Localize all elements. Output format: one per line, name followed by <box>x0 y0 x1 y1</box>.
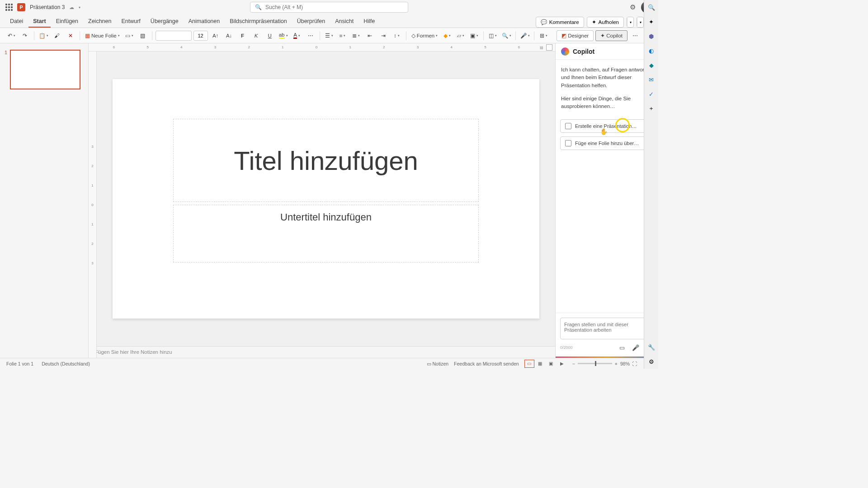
menu-bar: Datei Start Einfügen Zeichnen Entwurf Üb… <box>0 14 658 28</box>
rail-copilot-icon[interactable]: ✦ <box>647 17 656 26</box>
font-family-input[interactable] <box>156 31 192 41</box>
slide-canvas[interactable]: Titel hinzufügen Untertitel hinzufügen <box>113 79 539 319</box>
rail-teams-icon[interactable]: ⬢ <box>647 32 656 41</box>
catchup-button[interactable]: ✦Aufholen <box>587 17 624 28</box>
copilot-suggestion-create[interactable]: Erstelle eine Präsentation… <box>560 119 654 133</box>
highlight-button[interactable]: ab▾ <box>278 30 289 41</box>
vertical-ruler: 3210123 <box>89 52 97 358</box>
addins-button[interactable]: ⊞▾ <box>538 30 549 41</box>
font-size-input[interactable] <box>193 31 208 41</box>
numbering-button[interactable]: ≡▾ <box>337 30 349 41</box>
rail-add-icon[interactable]: ＋ <box>647 104 656 113</box>
tab-start[interactable]: Start <box>28 15 50 28</box>
reset-button[interactable]: ▧ <box>137 30 149 41</box>
new-slide-button[interactable]: ▦Neue Folie▾ <box>83 30 122 41</box>
edit-button[interactable]: ✎Bearbeiten▾ <box>637 17 644 28</box>
underline-button[interactable]: U <box>264 30 276 41</box>
zoom-slider[interactable] <box>578 363 612 364</box>
app-launcher-icon[interactable] <box>5 4 13 11</box>
italic-button[interactable]: K <box>250 30 262 41</box>
decrease-indent-button[interactable]: ⇤ <box>364 30 376 41</box>
tab-animationen[interactable]: Animationen <box>184 15 225 28</box>
rail-outlook-icon[interactable]: ✉ <box>647 75 656 84</box>
shapes-icon: ◇ <box>411 33 415 39</box>
line-spacing-button[interactable]: ↕▾ <box>391 30 403 41</box>
cloud-saved-icon: ☁ <box>69 5 74 10</box>
bullets-button[interactable]: ☰▾ <box>323 30 335 41</box>
rail-settings-icon[interactable]: ⚙ <box>647 357 656 366</box>
tab-einfuegen[interactable]: Einfügen <box>52 15 83 28</box>
outline-toggle-button[interactable]: ▤ <box>546 44 552 51</box>
shape-outline-button[interactable]: ▱▾ <box>455 30 467 41</box>
rail-tools-icon[interactable]: 🔧 <box>647 343 656 352</box>
settings-gear-icon[interactable]: ⚙ <box>630 3 636 11</box>
feedback-link[interactable]: Feedback an Microsoft senden <box>454 361 519 366</box>
edit-dropdown[interactable]: ▾ <box>637 17 643 27</box>
present-button[interactable]: ▣Präsentieren▾ <box>627 17 634 28</box>
shapes-button[interactable]: ◇Formen▾ <box>410 30 440 41</box>
tab-datei[interactable]: Datei <box>5 15 28 28</box>
comments-button[interactable]: 💬Kommentare <box>536 17 584 28</box>
tab-zeichnen[interactable]: Zeichnen <box>84 15 116 28</box>
bold-button[interactable]: F <box>237 30 249 41</box>
cut-button[interactable]: ✕ <box>65 30 76 41</box>
font-color-button[interactable]: A▾ <box>291 30 303 41</box>
copilot-suggestion-add-slide[interactable]: Füge eine Folie hinzu über… <box>560 136 654 150</box>
dictate-button[interactable]: 🎤▾ <box>519 30 531 41</box>
zoom-value[interactable]: 98% <box>620 361 630 366</box>
notes-area[interactable]: Fügen Sie hier Ihre Notizen hinzu <box>89 346 555 358</box>
slide-thumbnail-1[interactable] <box>10 50 80 89</box>
present-dropdown[interactable]: ▾ <box>627 17 633 27</box>
chevron-down-icon[interactable]: ▾ <box>79 5 80 9</box>
decrease-font-button[interactable]: A↓ <box>223 30 235 41</box>
search-box[interactable]: 🔍 <box>250 2 408 13</box>
redo-button[interactable]: ↷ <box>19 30 31 41</box>
undo-button[interactable]: ↶▾ <box>5 30 17 41</box>
tab-ueberpruefen[interactable]: Überprüfen <box>292 15 330 28</box>
rail-search-icon[interactable]: 🔍 <box>647 3 656 12</box>
subtitle-placeholder[interactable]: Untertitel hinzufügen <box>173 205 479 263</box>
search-input[interactable] <box>265 4 403 10</box>
arrange-button[interactable]: ▣▾ <box>468 30 480 41</box>
zoom-out-button[interactable]: − <box>572 361 575 366</box>
microphone-icon[interactable]: 🎤 <box>631 343 640 352</box>
notes-toggle[interactable]: ▭ Notizen <box>427 361 449 366</box>
insert-object-button[interactable]: ◫▾ <box>487 30 499 41</box>
designer-icon: ◩ <box>561 33 566 39</box>
slideshow-view-button[interactable]: ▶ <box>557 360 567 368</box>
attach-icon[interactable]: ▭ <box>618 343 627 352</box>
fit-to-window-button[interactable]: ⛶ <box>632 361 637 366</box>
more-font-button[interactable]: ⋯ <box>305 30 316 41</box>
increase-indent-button[interactable]: ⇥ <box>377 30 389 41</box>
increase-font-button[interactable]: A↑ <box>210 30 222 41</box>
layout-button[interactable]: ▭▾ <box>123 30 135 41</box>
copilot-input[interactable] <box>560 318 654 339</box>
find-button[interactable]: 🔍▾ <box>500 30 512 41</box>
more-commands-button[interactable]: ⋯ <box>629 30 641 41</box>
tab-uebergaenge[interactable]: Übergänge <box>146 15 183 28</box>
rail-todo-icon[interactable]: ✓ <box>647 89 656 99</box>
language-status[interactable]: Deutsch (Deutschland) <box>42 361 90 366</box>
tab-entwurf[interactable]: Entwurf <box>117 15 145 28</box>
tab-hilfe[interactable]: Hilfe <box>359 15 379 28</box>
document-title[interactable]: Präsentation 3 <box>30 4 65 10</box>
reading-view-button[interactable]: ▣ <box>546 360 556 368</box>
zoom-in-button[interactable]: + <box>615 361 618 366</box>
rail-viva-icon[interactable]: ◆ <box>647 61 656 70</box>
rail-edge-icon[interactable]: ◐ <box>647 46 656 55</box>
sorter-view-button[interactable]: ▦ <box>535 360 545 368</box>
designer-button[interactable]: ◩Designer <box>557 30 594 41</box>
tab-ansicht[interactable]: Ansicht <box>330 15 358 28</box>
tab-bildschirmpraesentation[interactable]: Bildschirmpräsentation <box>225 15 291 28</box>
title-placeholder[interactable]: Titel hinzufügen <box>173 119 479 202</box>
presentation-icon <box>565 123 571 129</box>
status-bar: Folie 1 von 1 Deutsch (Deutschland) ▭ No… <box>0 358 644 369</box>
shape-fill-button[interactable]: ◆▾ <box>441 30 453 41</box>
copilot-button[interactable]: ✦Copilot <box>595 30 627 41</box>
paste-button[interactable]: 📋▾ <box>38 30 49 41</box>
slide-counter[interactable]: Folie 1 von 1 <box>6 361 33 366</box>
format-painter-button[interactable]: 🖌 <box>51 30 63 41</box>
slide-canvas-wrap[interactable]: Titel hinzufügen Untertitel hinzufügen <box>97 52 555 346</box>
align-button[interactable]: ≣▾ <box>350 30 362 41</box>
normal-view-button[interactable]: ▭ <box>524 360 534 368</box>
